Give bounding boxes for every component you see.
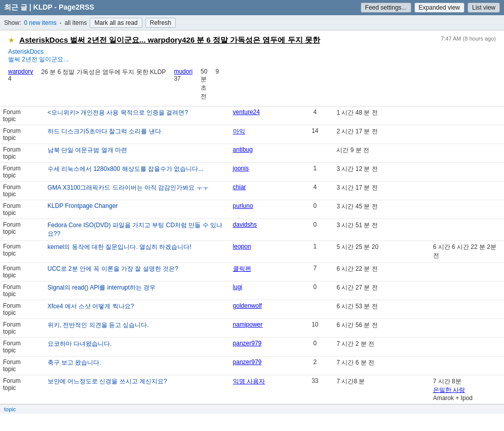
featured-body: 26 분 6 정말 가독성은 염두에 두지 못한 KLDP <box>41 68 166 77</box>
topic-title: Xfce4 에서 스샷 어떻게 찍나요? <box>45 300 230 319</box>
type-label: topic <box>3 384 16 391</box>
topic-extra <box>430 182 504 200</box>
topic-title-link[interactable]: 하드 디스크가5초마다 찰그럭 소리를 낸다 <box>48 128 161 135</box>
header: 최근 글 | KLDP - Page2RSS Feed settings... … <box>0 0 504 15</box>
author-link[interactable]: antibug <box>233 146 253 153</box>
author-link[interactable]: leopon <box>233 243 251 250</box>
author-link[interactable]: lugi <box>233 283 243 291</box>
author-link[interactable]: joonis <box>233 165 249 172</box>
list-view-button[interactable]: List view <box>468 3 500 13</box>
author-link[interactable]: 마익 <box>233 128 245 135</box>
type-label: Forum <box>3 321 21 328</box>
author-link[interactable]: goldenwolf <box>233 302 262 309</box>
featured-stats: 50 분 초 전 <box>201 68 207 101</box>
topic-title-link[interactable]: 축구 보고 왔습니다. <box>48 359 101 366</box>
new-items-link[interactable]: 0 new items <box>24 19 56 26</box>
featured-replies-author[interactable]: mudori <box>174 68 192 75</box>
topic-replies: 2 <box>296 356 333 375</box>
topic-extra <box>430 300 504 319</box>
type-label: Forum <box>3 184 21 191</box>
feed-settings-button[interactable]: Feed settings... <box>361 3 411 13</box>
topic-extra <box>430 319 504 338</box>
topic-title-link[interactable]: GMA X3100그래픽카드 드라이버는 아직 감감인가봐요 ㅜㅜ <box>48 184 209 191</box>
topic-extra <box>430 281 504 300</box>
topic-title: GMA X3100그래픽카드 드라이버는 아직 감감인가봐요 ㅜㅜ <box>45 182 230 200</box>
featured-title-link[interactable]: AsteriskDocs 벌써 2년전 일이군요... warpdory426 … <box>19 35 320 44</box>
topic-link[interactable]: topic <box>4 406 16 412</box>
type-label: topic <box>3 366 16 373</box>
author-link[interactable]: namipower <box>233 321 263 328</box>
topic-title-link[interactable]: 남북 단일 여문규범 열개 마련 <box>48 147 127 154</box>
topic-author: purluno <box>230 200 297 219</box>
topic-extra: 6 시간 6 시간 22 분 2분 전 <box>430 241 504 263</box>
table-row: Forumtopic하드 디스크가5초마다 찰그럭 소리를 낸다마익142 시간… <box>0 125 504 144</box>
topic-author: davidshs <box>230 219 297 241</box>
topic-author: chiar <box>230 182 297 200</box>
topic-time: 7 시간 6 분 전 <box>333 356 430 375</box>
table-row: ForumtopicXfce4 에서 스샷 어떻게 찍나요?goldenwolf… <box>0 300 504 319</box>
topic-author: leopon <box>230 241 297 263</box>
featured-post: ★ AsteriskDocs 벌써 2년전 일이군요... warpdory42… <box>0 30 504 106</box>
featured-body-text: 26 분 6 정말 가독성은 염두에 두지 못한 KLDP <box>41 68 166 101</box>
topic-title-link[interactable]: Xfce4 에서 스샷 어떻게 찍나요? <box>48 303 134 310</box>
topic-title-link[interactable]: 위키, 전반적인 의견을 듣고 싶습니다. <box>48 321 149 329</box>
author-link[interactable]: panzer979 <box>233 340 262 347</box>
type-label: Forum <box>3 243 21 250</box>
topic-time: 7 시간 2 분 전 <box>333 338 430 356</box>
topic-type: Forumtopic <box>0 125 45 144</box>
topic-author: goldenwolf <box>230 300 297 319</box>
topic-title-link[interactable]: Fedora Core ISO(DVD) 파일을 가지고 부팅 CD처럼 만들 … <box>48 222 222 237</box>
topic-time: 5 시간 25 분 20 <box>333 241 430 263</box>
topic-title: KLDP Frontpage Changer <box>45 200 230 219</box>
topic-title-link[interactable]: 보안에 어느정도로 신경을 쓰시고 계신지요? <box>48 378 167 385</box>
table-row: Forumtopic요코하마 다녀왔습니다.panzer97907 시간 2 분… <box>0 338 504 356</box>
featured-source: AsteriskDocs 벌써 2년전 일이군요... <box>8 48 496 64</box>
type-label: topic <box>3 153 16 160</box>
type-label: Forum <box>3 358 21 366</box>
topic-rows: Forumtopic<모니위키> 개인전용 사용 목적으로 인증을 걸려면?ve… <box>0 106 504 404</box>
topic-author: panzer979 <box>230 356 297 375</box>
featured-author-link[interactable]: warpdory <box>8 68 33 75</box>
type-label: topic <box>3 116 16 123</box>
author-link[interactable]: purluno <box>233 202 253 209</box>
featured-stat3: 초 <box>201 84 207 92</box>
author-link[interactable]: davidshs <box>233 221 257 228</box>
expanded-view-button[interactable]: Expanded view <box>414 3 464 13</box>
topic-replies <box>296 300 333 319</box>
topic-title-link[interactable]: <모니위키> 개인전용 사용 목적으로 인증을 걸려면? <box>48 109 188 116</box>
table-row: Forumtopickernel의 동작에 대한 질문입니다. 열심히 하겠습니… <box>0 241 504 263</box>
topic-author: venture24 <box>230 106 297 125</box>
topic-title-link[interactable]: Signal의 read() API를 interrupt하는 경우 <box>48 284 156 291</box>
author-link[interactable]: panzer979 <box>233 358 262 366</box>
topic-title-link[interactable]: 수세 리눅스에서 1280x800 해상도를 잡을수가 없습니다... <box>48 165 203 172</box>
author-link[interactable]: 익명 사용자 <box>233 378 265 385</box>
author-link[interactable]: 클릭펜 <box>233 265 251 272</box>
topic-title-link[interactable]: kernel의 동작에 대한 질문입니다. 열심히 하겠습니다! <box>48 243 191 250</box>
type-label: topic <box>3 347 16 354</box>
topic-title-link[interactable]: UCC로 2분 안에 꼭 이론을 가장 잘 설명한 것은? <box>48 265 178 272</box>
featured-meta: warpdory 4 26 분 6 정말 가독성은 염두에 두지 못한 KLDP… <box>8 68 496 101</box>
topic-title-link[interactable]: KLDP Frontpage Changer <box>48 202 118 209</box>
toolbar: Show: 0 new items - all items Mark all a… <box>0 15 504 30</box>
topic-title: Fedora Core ISO(DVD) 파일을 가지고 부팅 CD처럼 만들 … <box>45 219 230 241</box>
topic-replies <box>296 144 333 163</box>
all-items-label: all items <box>64 19 87 26</box>
topic-title: 요코하마 다녀왔습니다. <box>45 338 230 356</box>
featured-time: 7:47 AM (8 hours ago) <box>441 35 496 42</box>
topic-time: 시간 9 분 전 <box>333 144 430 163</box>
type-label: topic <box>3 191 16 198</box>
type-label: topic <box>3 134 16 141</box>
mark-all-read-button[interactable]: Mark all as read <box>90 18 142 28</box>
footer: topic <box>0 404 504 414</box>
featured-source-link[interactable]: AsteriskDocs <box>8 48 44 55</box>
author-link[interactable]: chiar <box>233 184 246 191</box>
topic-extra <box>430 106 504 125</box>
author-link[interactable]: venture24 <box>233 109 260 116</box>
featured-post-header: ★ AsteriskDocs 벌써 2년전 일이군요... warpdory42… <box>8 35 496 45</box>
topic-extra: 7 시간 8분은밀한 사랑Amarok + Ipod <box>430 375 504 404</box>
featured-subtitle-link[interactable]: 벌써 2년전 일이군요... <box>8 56 68 63</box>
refresh-button[interactable]: Refresh <box>145 18 176 28</box>
topic-title-link[interactable]: 요코하마 다녀왔습니다. <box>48 340 112 347</box>
topic-type: Forumtopic <box>0 144 45 163</box>
extra2-link[interactable]: 은밀한 사랑 <box>433 386 465 393</box>
